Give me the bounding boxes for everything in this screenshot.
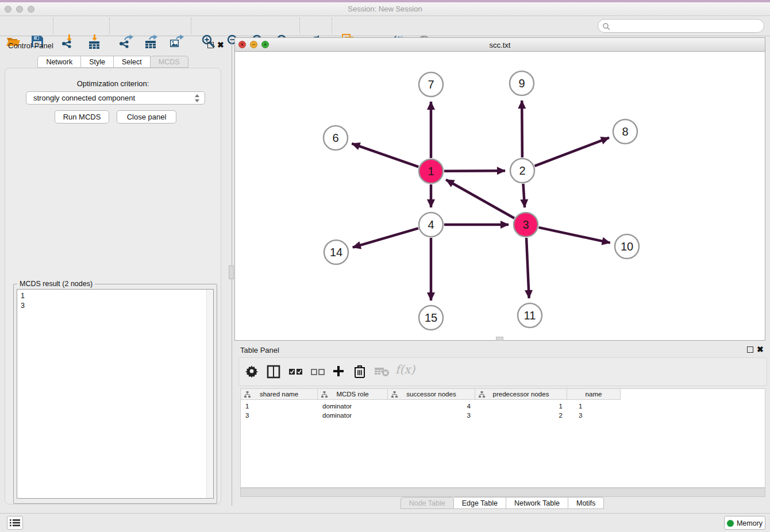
column-header-successor-nodes[interactable]: successor nodes [388, 389, 475, 400]
table-cell[interactable]: 3 [241, 411, 318, 420]
node-label: 8 [622, 125, 628, 138]
table-cell[interactable]: 1 [241, 402, 318, 411]
control-panel-tabs: NetworkStyleSelectMCDS [0, 56, 226, 68]
close-panel-button[interactable]: Close panel [117, 110, 176, 124]
edge-3-11[interactable] [526, 238, 529, 298]
add-column-icon[interactable] [332, 365, 345, 380]
close-table-panel-icon[interactable]: ✖ [757, 345, 764, 354]
delete-column-icon[interactable] [354, 365, 365, 380]
table-cell[interactable]: 1 [567, 402, 621, 411]
column-header-name[interactable]: name [567, 389, 621, 400]
edge-4-14[interactable] [353, 228, 418, 247]
mcds-panel: Optimization criterion: strongly connect… [5, 68, 221, 504]
column-header-predecessor-nodes[interactable]: predecessor nodes [475, 389, 567, 400]
mcds-result-textarea[interactable]: 13 [17, 289, 214, 499]
tab-network-table[interactable]: Network Table [506, 497, 568, 509]
toolbar-separator [299, 18, 300, 34]
control-panel-title: Control Panel [8, 41, 53, 50]
panel-splitter-handle[interactable] [229, 265, 234, 279]
graph-node-14[interactable]: 14 [324, 240, 348, 264]
run-mcds-button[interactable]: Run MCDS [55, 110, 109, 124]
edge-1-6[interactable] [352, 144, 418, 167]
result-line: 3 [21, 301, 25, 311]
graph-node-10[interactable]: 10 [615, 234, 639, 259]
tab-edge-table[interactable]: Edge Table [454, 497, 506, 509]
select-all-icon[interactable] [289, 368, 303, 383]
function-builder-icon[interactable]: f(x) [395, 363, 415, 377]
network-canvas[interactable]: 7968124314101511 [235, 52, 765, 340]
memory-button-label: Memory [737, 519, 763, 527]
graph-node-6[interactable]: 6 [324, 126, 348, 150]
search-field[interactable] [598, 19, 764, 33]
graph-node-8[interactable]: 8 [613, 119, 637, 144]
node-table[interactable]: shared nameMCDS rolesuccessor nodesprede… [240, 388, 765, 488]
graph-node-9[interactable]: 9 [510, 71, 534, 95]
table-scrollbar-track[interactable] [240, 488, 765, 497]
float-table-panel-icon[interactable] [747, 346, 753, 353]
float-panel-icon[interactable] [207, 42, 214, 48]
tab-node-table[interactable]: Node Table [401, 497, 454, 509]
edge-1-2[interactable] [444, 171, 505, 171]
dropdown-stepper-icon [194, 94, 200, 103]
node-label: 3 [522, 218, 529, 231]
edge-2-3[interactable] [523, 184, 525, 207]
titlebar-accent [0, 0, 770, 2]
edge-2-8[interactable] [535, 138, 609, 166]
network-graph[interactable]: 7968124314101511 [235, 52, 765, 340]
result-scrollbar[interactable] [206, 290, 213, 498]
node-label: 14 [330, 246, 342, 259]
table-tabs: Node TableEdge TableNetwork TableMotifs [234, 497, 770, 510]
tab-style[interactable]: Style [81, 56, 114, 68]
node-label: 10 [621, 240, 633, 253]
tab-mcds[interactable]: MCDS [151, 56, 188, 68]
graph-node-11[interactable]: 11 [518, 303, 542, 327]
table-toolbar: f(x) [238, 357, 767, 386]
tab-select[interactable]: Select [114, 56, 151, 68]
memory-button[interactable]: Memory [724, 516, 765, 530]
table-cell[interactable]: 1 [475, 402, 567, 411]
optimization-criterion-dropdown[interactable]: strongly connected component [26, 91, 205, 105]
table-cell[interactable]: 3 [388, 411, 475, 420]
graph-node-4[interactable]: 4 [419, 213, 443, 237]
memory-status-icon [727, 520, 734, 527]
toolbar-separator [53, 18, 53, 34]
column-header-shared-name[interactable]: shared name [241, 389, 318, 400]
node-label: 2 [519, 164, 525, 177]
table-cell[interactable]: 4 [388, 402, 475, 411]
task-history-button[interactable] [7, 516, 23, 530]
list-icon [10, 519, 20, 527]
toolbar-separator [332, 18, 332, 34]
deselect-all-icon[interactable] [311, 368, 325, 383]
node-label: 15 [425, 311, 437, 324]
table-cell[interactable]: dominator [318, 411, 388, 420]
table-cell[interactable]: 2 [475, 411, 567, 420]
table-header-row: shared nameMCDS rolesuccessor nodesprede… [241, 389, 765, 400]
edge-3-1[interactable] [446, 180, 514, 218]
mcds-result-lines: 13 [21, 291, 25, 311]
toolbar-separator [191, 18, 191, 34]
network-window-titlebar[interactable]: × – + scc.txt [235, 38, 765, 52]
edge-2-9[interactable] [522, 101, 522, 157]
search-input[interactable] [613, 21, 757, 31]
graph-node-3[interactable]: 3 [514, 213, 538, 237]
table-cell[interactable]: dominator [318, 402, 388, 411]
window-title: Session: New Session [0, 5, 770, 13]
graph-node-15[interactable]: 15 [419, 306, 443, 330]
tab-network[interactable]: Network [37, 56, 81, 68]
network-splitter-handle[interactable] [496, 337, 503, 341]
network-window-title: scc.txt [235, 41, 765, 49]
close-panel-icon[interactable]: ✖ [217, 40, 224, 49]
graph-node-7[interactable]: 7 [419, 72, 443, 97]
tab-motifs[interactable]: Motifs [568, 497, 604, 509]
table-settings-icon[interactable] [245, 365, 258, 380]
column-layout-icon[interactable] [267, 365, 280, 380]
control-panel-header: Control Panel ✖ [0, 37, 226, 52]
delete-table-icon[interactable] [375, 367, 390, 381]
table-cell[interactable]: 3 [567, 411, 621, 420]
titlebar: Session: New Session [0, 0, 770, 16]
column-header-MCDS-role[interactable]: MCDS role [318, 389, 388, 400]
table-panel-title: Table Panel [240, 346, 279, 354]
graph-node-1[interactable]: 1 [419, 159, 443, 183]
graph-node-2[interactable]: 2 [510, 159, 534, 183]
edge-3-10[interactable] [538, 228, 610, 243]
